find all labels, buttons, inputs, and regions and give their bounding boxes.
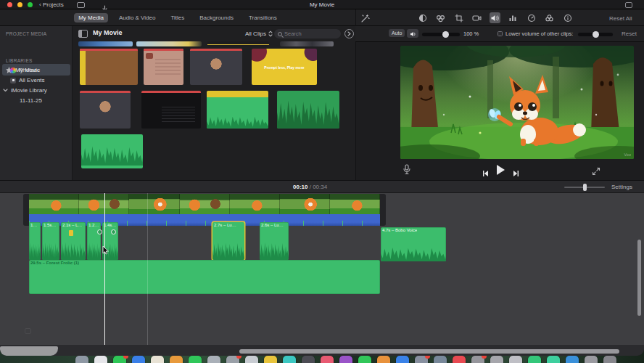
dock-app-icon[interactable] (490, 356, 503, 363)
color-correction-icon[interactable] (435, 12, 446, 23)
reset-all-button[interactable]: Reset All (609, 15, 632, 22)
search-input[interactable]: Search (274, 29, 341, 38)
crop-icon[interactable] (453, 12, 464, 23)
clip-volume-knob[interactable] (442, 31, 449, 38)
clip-filter-dropdown[interactable]: All Clips (245, 30, 273, 37)
dock-app-icon[interactable] (547, 356, 560, 363)
share-icon[interactable] (625, 2, 632, 8)
timeline-zoom-knob[interactable] (583, 184, 587, 191)
tab-my-media[interactable]: My Media (74, 13, 108, 23)
playhead[interactable] (104, 193, 105, 345)
media-thumbnail-fox-grid[interactable] (80, 49, 138, 85)
dock-app-icon[interactable] (245, 356, 258, 363)
dock-app-icon[interactable] (471, 356, 484, 363)
previous-frame-button[interactable] (482, 167, 489, 180)
dock-app-icon[interactable] (509, 356, 522, 363)
video-clip-left-handle[interactable] (23, 194, 29, 226)
tab-titles[interactable]: Titles (166, 13, 189, 23)
audio-clip[interactable]: 2.6s – Lu… (260, 222, 289, 260)
beat-marker[interactable] (69, 230, 73, 236)
media-thumbnail[interactable] (280, 41, 334, 46)
media-thumbnail-audio[interactable] (207, 91, 268, 129)
audio-clip[interactable]: 1… (29, 222, 41, 260)
dock-app-icon[interactable] (434, 356, 447, 363)
filters-icon[interactable] (544, 12, 555, 23)
sidebar-toggle-icon[interactable] (78, 30, 88, 38)
media-thumbnail-audio[interactable] (81, 134, 143, 168)
speed-icon[interactable] (526, 12, 537, 23)
sidebar-item-all-events[interactable]: All Events (10, 77, 45, 83)
media-thumbnail[interactable] (78, 41, 133, 46)
dock-app-icon[interactable] (94, 356, 107, 363)
tab-audio-video[interactable]: Audio & Video (115, 13, 160, 23)
volume-icon-selected[interactable] (490, 12, 500, 23)
dock-app-icon[interactable] (321, 356, 334, 363)
timeline-vertical-scrollbar[interactable] (637, 240, 641, 316)
dock-app-icon[interactable] (603, 356, 616, 363)
timeline-settings-button[interactable]: Settings (611, 184, 632, 190)
media-thumbnail-promo[interactable]: Prompt less, Play more (252, 49, 317, 85)
lower-volume-slider[interactable] (578, 33, 613, 36)
timeline-horizontal-scrollbar[interactable] (239, 349, 619, 354)
audio-clip[interactable]: 1.2… (87, 222, 101, 260)
mute-button[interactable] (407, 29, 418, 38)
dock-app-icon[interactable] (283, 356, 296, 363)
info-icon[interactable] (562, 12, 573, 23)
dock-app-icon[interactable] (207, 356, 220, 363)
background-music-clip[interactable]: 29.5s – Forest Frolic (1) (29, 260, 380, 294)
next-frame-button[interactable] (513, 167, 520, 180)
auto-volume-button[interactable]: Auto (389, 29, 405, 37)
sidebar-item-imovie-library[interactable]: iMovie Library (3, 87, 47, 94)
fullscreen-icon[interactable] (592, 166, 600, 179)
media-thumbnail-screen-recording[interactable] (141, 91, 201, 129)
dock-app-icon[interactable] (226, 356, 239, 363)
dock-app-icon[interactable] (132, 356, 145, 363)
dock-app-icon[interactable] (189, 356, 202, 363)
dock-app-icon[interactable] (170, 356, 183, 363)
stabilization-icon[interactable] (471, 12, 482, 23)
dock-app-icon[interactable] (415, 356, 428, 363)
dock-app-icon[interactable] (377, 356, 390, 363)
audio-clip[interactable]: 2.1s – L… (61, 222, 86, 260)
video-preview[interactable]: Veo (400, 46, 634, 159)
dock-app-icon[interactable] (396, 356, 409, 363)
tab-transitions[interactable]: Transitions (244, 13, 281, 23)
video-clip-right-handle[interactable] (380, 194, 386, 226)
clip-appearance-icon[interactable] (344, 29, 354, 38)
dock-app-icon[interactable] (302, 356, 315, 363)
media-thumbnail-document[interactable] (144, 49, 183, 85)
audio-clip[interactable]: 1.5s… (42, 222, 59, 260)
tab-backgrounds[interactable]: Backgrounds (195, 13, 238, 23)
dock-app-icon[interactable] (528, 356, 541, 363)
media-thumbnail-presenter[interactable] (80, 91, 131, 129)
clip-volume-slider[interactable] (422, 33, 460, 36)
audio-clip[interactable]: 4.7s – Bobo Voice (381, 227, 446, 261)
dock-app-icon[interactable] (453, 356, 466, 363)
dock-app-icon[interactable] (585, 356, 598, 363)
media-thumbnail[interactable] (207, 41, 269, 46)
media-thumbnail-presenter[interactable] (190, 49, 242, 85)
fade-handle[interactable] (97, 229, 102, 234)
color-balance-icon[interactable] (417, 12, 428, 23)
reset-volume-button[interactable]: Reset (622, 30, 637, 37)
media-thumbnail-audio[interactable] (277, 91, 339, 129)
dock-app-icon[interactable] (75, 356, 88, 363)
dock-app-icon[interactable] (151, 356, 164, 363)
dock-app-icon[interactable] (264, 356, 277, 363)
dock-app-icon[interactable] (566, 356, 579, 363)
enhance-wand-icon[interactable] (360, 13, 370, 26)
sidebar-item-photos[interactable]: Photos (10, 67, 37, 73)
dock-app-icon[interactable] (339, 356, 352, 363)
dock-app-icon[interactable] (358, 356, 371, 363)
timeline-zoom-slider[interactable] (564, 187, 605, 188)
lower-volume-knob[interactable] (593, 31, 599, 38)
lower-volume-checkbox[interactable] (498, 31, 503, 36)
voiceover-mic-icon[interactable] (402, 164, 411, 178)
dock-app-icon[interactable] (113, 356, 126, 363)
video-track[interactable] (29, 194, 380, 214)
audio-clip-selected[interactable]: 2.7s – Lu… (212, 222, 244, 260)
sidebar-item-event-date[interactable]: 11-11-25 (20, 97, 42, 104)
play-button[interactable] (495, 164, 505, 179)
media-thumbnail[interactable] (136, 41, 202, 46)
noise-reduction-icon[interactable] (508, 12, 519, 23)
